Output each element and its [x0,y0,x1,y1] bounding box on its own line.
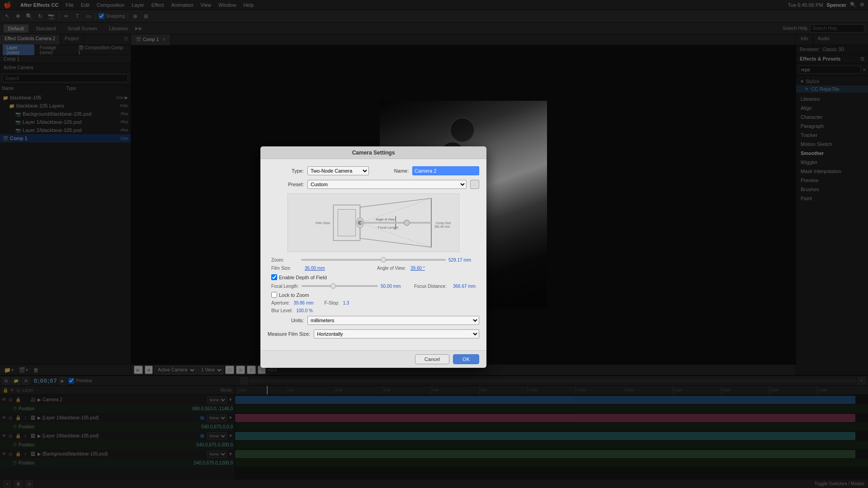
svg-rect-2 [338,209,355,236]
ok-button[interactable]: OK [453,354,479,364]
modal-title: Camera Settings [352,150,395,156]
film-size-row: Film Size: 36.00 mm [271,266,370,271]
blur-level-row: Blur Level: 100.0 % [268,308,479,316]
film-size-value[interactable]: 36.00 mm [305,266,325,271]
cancel-button[interactable]: Cancel [415,354,449,364]
aperture-value[interactable]: 39.86 mm [293,300,313,305]
focus-distance-label: Focus Distance: [414,284,450,289]
units-select[interactable]: millimeters [307,316,479,325]
camera-diagram: Focal Length Film Size Angle of View Com… [288,193,459,252]
focus-distance-value[interactable]: 366.67 mm [453,284,476,289]
preset-label: Preset: [268,182,304,187]
zoom-slider-track[interactable] [301,257,446,263]
film-size-label: Film Size: [271,266,303,271]
measure-row: Measure Film Size: Horizontally [268,329,479,338]
type-label: Type: [268,168,304,174]
zoom-slider-bg [301,259,446,261]
fl-thumb[interactable] [330,283,336,289]
lock-zoom-row: Lock to Zoom [268,292,479,298]
units-row: Units: millimeters [268,316,479,325]
fstop-value[interactable]: 1.3 [343,300,349,305]
zoom-slider-thumb[interactable] [381,257,386,263]
aperture-label: Aperture: [271,300,290,305]
focal-length-value[interactable]: 50.00 mm [381,284,408,289]
modal-footer: Cancel OK [260,350,486,368]
fstop-label: F-Stop: [325,300,340,305]
dof-checkbox[interactable] [271,274,277,280]
zoom-slider-row: Zoom: 529.17 mm [268,257,479,263]
name-label: Name: [373,168,409,174]
preset-select[interactable]: Custom [307,180,467,189]
lock-zoom-label: Lock to Zoom [279,292,309,298]
focal-length-track[interactable] [302,283,378,289]
camera-name-input[interactable] [412,166,479,175]
svg-text:Film Size: Film Size [316,221,330,225]
cam-settings-grid: Film Size: 36.00 mm Angle of View: 39.60… [268,266,479,271]
svg-text:381.00 mm: 381.00 mm [434,225,450,228]
modal-title-bar: Camera Settings [260,146,486,159]
aov-value[interactable]: 39.60 ° [410,266,425,271]
aov-row: Angle of View: 39.60 ° [377,266,476,271]
aov-label: Angle of View: [377,266,409,271]
camera-settings-dialog: Camera Settings Type: Two-Node Camera Na… [260,146,486,368]
focal-length-row: Focal Length: 50.00 mm Focus Distance: 3… [268,283,479,289]
preset-menu-btn[interactable]: ≡ [470,180,479,189]
units-label: Units: [268,318,304,323]
dof-row: Enable Depth of Field [268,274,479,280]
svg-rect-15 [360,222,431,224]
svg-text:Angle of View: Angle of View [376,218,395,221]
zoom-slider-label: Zoom: [271,258,298,263]
measure-select[interactable]: Horizontally [314,329,479,338]
preset-row: Preset: Custom ≡ [268,180,479,189]
lock-zoom-checkbox[interactable] [271,292,277,298]
modal-body: Type: Two-Node Camera Name: Preset: Cust… [260,159,486,350]
type-select[interactable]: Two-Node Camera [307,166,369,175]
measure-label: Measure Film Size: [268,331,310,337]
cam-diagram-svg: Focal Length Film Size Angle of View Com… [288,194,459,252]
fl-bg [302,285,378,287]
focal-length-label: Focal Length: [271,284,299,289]
modal-overlay: Camera Settings Type: Two-Node Camera Na… [0,0,868,488]
dof-label: Enable Depth of Field [279,275,327,280]
blur-level-label: Blur Level: [271,308,292,313]
svg-point-16 [404,220,410,225]
zoom-value[interactable]: 529.17 mm [448,258,476,263]
svg-text:Focal Length: Focal Length [378,225,398,230]
aperture-row: Aperture: 39.86 mm F-Stop: 1.3 [268,300,479,308]
svg-text:Comp Size: Comp Size [436,221,451,225]
type-name-row: Type: Two-Node Camera Name: [268,166,479,175]
blur-level-value[interactable]: 100.0 % [296,308,313,313]
